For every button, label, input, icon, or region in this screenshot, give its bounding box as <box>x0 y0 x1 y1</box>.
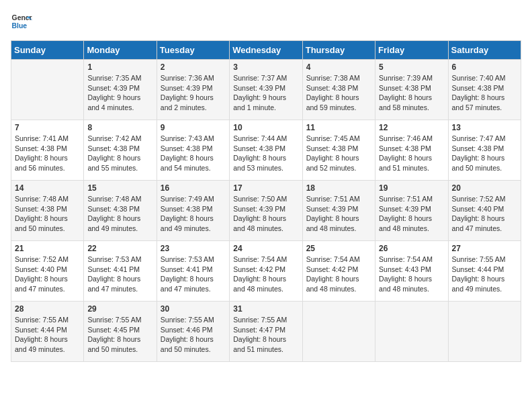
daylight-text: Daylight: 8 hours and 49 minutes. <box>15 335 68 353</box>
cell-info: Sunrise: 7:41 AM Sunset: 4:38 PM Dayligh… <box>15 134 80 173</box>
svg-text:Blue: Blue <box>12 22 28 30</box>
day-number: 23 <box>161 244 226 253</box>
day-number: 24 <box>233 244 298 253</box>
cell-info: Sunrise: 7:54 AM Sunset: 4:43 PM Dayligh… <box>379 255 444 294</box>
daylight-text: Daylight: 8 hours and 58 minutes. <box>379 93 432 111</box>
calendar-cell <box>448 302 521 362</box>
day-number: 25 <box>306 244 371 253</box>
sunset-text: Sunset: 4:38 PM <box>379 84 431 92</box>
sunrise-text: Sunrise: 7:53 AM <box>161 255 214 263</box>
cell-info: Sunrise: 7:52 AM Sunset: 4:40 PM Dayligh… <box>452 194 517 234</box>
cell-info: Sunrise: 7:55 AM Sunset: 4:47 PM Dayligh… <box>233 315 298 355</box>
logo: General Blue <box>11 11 32 32</box>
cell-info: Sunrise: 7:46 AM Sunset: 4:38 PM Dayligh… <box>379 134 444 173</box>
sunset-text: Sunset: 4:38 PM <box>306 144 359 152</box>
cell-info: Sunrise: 7:55 AM Sunset: 4:44 PM Dayligh… <box>15 315 80 355</box>
cell-info: Sunrise: 7:37 AM Sunset: 4:39 PM Dayligh… <box>233 73 298 113</box>
calendar-cell: 10 Sunrise: 7:44 AM Sunset: 4:38 PM Dayl… <box>230 120 302 181</box>
sunrise-text: Sunrise: 7:52 AM <box>15 255 69 263</box>
calendar-cell <box>375 302 448 362</box>
sunrise-text: Sunrise: 7:40 AM <box>452 74 506 82</box>
sunset-text: Sunset: 4:38 PM <box>233 144 285 152</box>
day-number: 20 <box>452 183 517 193</box>
cell-info: Sunrise: 7:47 AM Sunset: 4:38 PM Dayligh… <box>452 134 517 173</box>
calendar-cell: 1 Sunrise: 7:35 AM Sunset: 4:39 PM Dayli… <box>84 60 157 120</box>
sunset-text: Sunset: 4:41 PM <box>161 265 213 273</box>
sunrise-text: Sunrise: 7:51 AM <box>379 195 433 203</box>
sunrise-text: Sunrise: 7:42 AM <box>87 134 141 142</box>
day-number: 28 <box>15 304 80 314</box>
daylight-text: Daylight: 8 hours and 48 minutes. <box>379 214 432 232</box>
sunset-text: Sunset: 4:39 PM <box>87 84 140 92</box>
sunset-text: Sunset: 4:38 PM <box>306 84 359 92</box>
header-monday: Monday <box>84 41 157 60</box>
calendar-cell: 5 Sunrise: 7:39 AM Sunset: 4:38 PM Dayli… <box>375 60 448 120</box>
calendar-cell: 21 Sunrise: 7:52 AM Sunset: 4:40 PM Dayl… <box>11 241 84 302</box>
cell-info: Sunrise: 7:54 AM Sunset: 4:42 PM Dayligh… <box>306 255 371 294</box>
day-number: 4 <box>306 62 371 72</box>
calendar-header-row: SundayMondayTuesdayWednesdayThursdayFrid… <box>11 41 521 60</box>
sunset-text: Sunset: 4:39 PM <box>161 84 213 92</box>
calendar-week-row: 1 Sunrise: 7:35 AM Sunset: 4:39 PM Dayli… <box>11 60 521 120</box>
cell-info: Sunrise: 7:38 AM Sunset: 4:38 PM Dayligh… <box>306 73 371 113</box>
sunset-text: Sunset: 4:46 PM <box>161 326 213 334</box>
cell-info: Sunrise: 7:51 AM Sunset: 4:39 PM Dayligh… <box>306 194 371 234</box>
calendar-cell: 7 Sunrise: 7:41 AM Sunset: 4:38 PM Dayli… <box>11 120 84 181</box>
daylight-text: Daylight: 8 hours and 54 minutes. <box>161 154 214 172</box>
calendar-cell: 28 Sunrise: 7:55 AM Sunset: 4:44 PM Dayl… <box>11 302 84 362</box>
sunset-text: Sunset: 4:47 PM <box>233 326 285 334</box>
calendar-cell: 25 Sunrise: 7:54 AM Sunset: 4:42 PM Dayl… <box>302 241 375 302</box>
cell-info: Sunrise: 7:40 AM Sunset: 4:38 PM Dayligh… <box>452 73 517 113</box>
calendar-cell: 19 Sunrise: 7:51 AM Sunset: 4:39 PM Dayl… <box>375 181 448 241</box>
cell-info: Sunrise: 7:53 AM Sunset: 4:41 PM Dayligh… <box>161 255 226 294</box>
day-number: 17 <box>233 183 298 193</box>
sunset-text: Sunset: 4:44 PM <box>15 326 67 334</box>
cell-info: Sunrise: 7:42 AM Sunset: 4:38 PM Dayligh… <box>87 134 152 173</box>
sunset-text: Sunset: 4:41 PM <box>87 265 140 273</box>
calendar-week-row: 28 Sunrise: 7:55 AM Sunset: 4:44 PM Dayl… <box>11 302 521 362</box>
cell-info: Sunrise: 7:55 AM Sunset: 4:46 PM Dayligh… <box>161 315 226 355</box>
calendar-cell: 6 Sunrise: 7:40 AM Sunset: 4:38 PM Dayli… <box>448 60 521 120</box>
calendar-cell: 2 Sunrise: 7:36 AM Sunset: 4:39 PM Dayli… <box>157 60 229 120</box>
daylight-text: Daylight: 8 hours and 47 minutes. <box>161 275 214 293</box>
day-number: 12 <box>379 123 444 132</box>
sunrise-text: Sunrise: 7:54 AM <box>379 255 433 263</box>
daylight-text: Daylight: 8 hours and 52 minutes. <box>306 154 359 172</box>
calendar-cell: 4 Sunrise: 7:38 AM Sunset: 4:38 PM Dayli… <box>302 60 375 120</box>
daylight-text: Daylight: 8 hours and 50 minutes. <box>87 335 140 353</box>
day-number: 29 <box>87 304 152 314</box>
day-number: 3 <box>233 62 298 72</box>
day-number: 11 <box>306 123 371 132</box>
cell-info: Sunrise: 7:55 AM Sunset: 4:44 PM Dayligh… <box>452 255 517 294</box>
sunrise-text: Sunrise: 7:54 AM <box>233 255 287 263</box>
sunset-text: Sunset: 4:38 PM <box>452 84 504 92</box>
sunset-text: Sunset: 4:38 PM <box>15 205 67 213</box>
daylight-text: Daylight: 8 hours and 47 minutes. <box>15 275 68 293</box>
daylight-text: Daylight: 8 hours and 47 minutes. <box>452 214 505 232</box>
sunrise-text: Sunrise: 7:55 AM <box>87 316 141 324</box>
calendar-cell: 17 Sunrise: 7:50 AM Sunset: 4:39 PM Dayl… <box>230 181 302 241</box>
day-number: 26 <box>379 244 444 253</box>
day-number: 9 <box>161 123 226 132</box>
calendar-cell: 22 Sunrise: 7:53 AM Sunset: 4:41 PM Dayl… <box>84 241 157 302</box>
cell-info: Sunrise: 7:48 AM Sunset: 4:38 PM Dayligh… <box>87 194 152 234</box>
daylight-text: Daylight: 8 hours and 48 minutes. <box>379 275 432 293</box>
sunrise-text: Sunrise: 7:50 AM <box>233 195 287 203</box>
daylight-text: Daylight: 8 hours and 48 minutes. <box>306 214 359 232</box>
day-number: 15 <box>87 183 152 193</box>
sunrise-text: Sunrise: 7:47 AM <box>452 134 506 142</box>
sunset-text: Sunset: 4:38 PM <box>452 144 504 152</box>
day-number: 14 <box>15 183 80 193</box>
sunset-text: Sunset: 4:39 PM <box>379 205 431 213</box>
sunset-text: Sunset: 4:39 PM <box>306 205 359 213</box>
calendar-cell: 27 Sunrise: 7:55 AM Sunset: 4:44 PM Dayl… <box>448 241 521 302</box>
daylight-text: Daylight: 8 hours and 48 minutes. <box>233 214 286 232</box>
cell-info: Sunrise: 7:48 AM Sunset: 4:38 PM Dayligh… <box>15 194 80 234</box>
calendar-cell: 20 Sunrise: 7:52 AM Sunset: 4:40 PM Dayl… <box>448 181 521 241</box>
cell-info: Sunrise: 7:51 AM Sunset: 4:39 PM Dayligh… <box>379 194 444 234</box>
day-number: 18 <box>306 183 371 193</box>
sunset-text: Sunset: 4:42 PM <box>306 265 359 273</box>
header-tuesday: Tuesday <box>157 41 229 60</box>
calendar-week-row: 21 Sunrise: 7:52 AM Sunset: 4:40 PM Dayl… <box>11 241 521 302</box>
sunrise-text: Sunrise: 7:48 AM <box>87 195 141 203</box>
